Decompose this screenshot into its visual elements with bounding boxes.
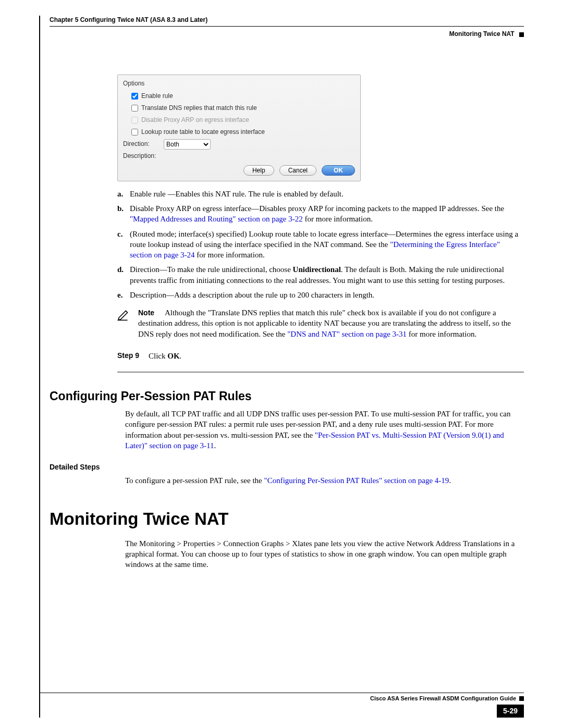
step-9-label: Step 9 [117, 351, 149, 361]
translate-dns-label: Translate DNS replies that match this ru… [141, 104, 257, 112]
description-row: Description: [123, 152, 355, 160]
lettered-list: a. Enable rule —Enables this NAT rule. T… [117, 189, 524, 300]
detailed-steps-heading: Detailed Steps [50, 462, 524, 472]
section-separator [117, 372, 524, 373]
item-c: c. (Routed mode; interface(s) specified)… [117, 229, 524, 261]
note-label: Note [138, 308, 163, 318]
link-mapped-addresses[interactable]: "Mapped Addresses and Routing" section o… [130, 215, 303, 223]
link-dns-nat[interactable]: "DNS and NAT" section on page 3-31 [287, 330, 407, 338]
lookup-route-checkbox[interactable] [131, 129, 138, 135]
page-number: 5-29 [497, 705, 524, 718]
direction-label: Direction: [123, 140, 164, 148]
monitoring-body: The Monitoring > Properties > Connection… [125, 538, 524, 570]
note-pencil-icon [117, 307, 138, 339]
options-group-title: Options [123, 79, 355, 88]
disable-proxy-arp-label: Disable Proxy ARP on egress interface [141, 116, 249, 124]
marker-b: b. [117, 203, 130, 225]
link-configuring-pat-rules[interactable]: "Configuring Per-Session PAT Rules" sect… [264, 476, 449, 485]
text-b: Disable Proxy ARP on egress interface—Di… [130, 203, 524, 225]
text-e: Description—Adds a description about the… [130, 290, 524, 300]
direction-row: Direction: Both [123, 139, 355, 150]
marker-d: d. [117, 264, 130, 286]
translate-dns-checkbox[interactable] [131, 105, 138, 112]
marker-c: c. [117, 229, 130, 261]
direction-select[interactable]: Both [164, 139, 211, 150]
left-rule-decoration [39, 16, 40, 718]
enable-rule-row: Enable rule [129, 91, 355, 101]
heading-pat-rules: Configuring Per-Session PAT Rules [50, 388, 524, 404]
lookup-route-row: Lookup route table to locate egress inte… [129, 127, 355, 137]
step-9-text: Click OK. [149, 351, 181, 361]
item-a: a. Enable rule —Enables this NAT rule. T… [117, 189, 524, 199]
options-dialog: Options Enable rule Translate DNS replie… [117, 75, 361, 181]
footer-square-icon [519, 696, 524, 701]
disable-proxy-arp-row: Disable Proxy ARP on egress interface [129, 115, 355, 125]
item-b: b. Disable Proxy ARP on egress interface… [117, 203, 524, 225]
running-header: Chapter 5 Configuring Twice NAT (ASA 8.3… [50, 16, 524, 38]
marker-e: e. [117, 290, 130, 300]
page-footer: Cisco ASA Series Firewall ASDM Configura… [39, 693, 524, 718]
ok-button[interactable]: OK [322, 165, 355, 176]
text-c: (Routed mode; interface(s) specified) Lo… [130, 229, 524, 261]
chapter-label: Chapter 5 Configuring Twice NAT (ASA 8.3… [50, 16, 207, 24]
lookup-route-label: Lookup route table to locate egress inte… [141, 128, 265, 136]
item-d: d. Direction—To make the rule unidirecti… [117, 264, 524, 286]
footer-guide-title: Cisco ASA Series Firewall ASDM Configura… [370, 695, 516, 702]
cancel-button[interactable]: Cancel [279, 165, 316, 176]
step-9: Step 9 Click OK. [117, 351, 524, 361]
help-button[interactable]: Help [243, 165, 274, 176]
translate-dns-row: Translate DNS replies that match this ru… [129, 103, 355, 113]
description-label: Description: [123, 152, 164, 160]
enable-rule-checkbox[interactable] [131, 93, 138, 100]
marker-a: a. [117, 189, 130, 199]
disable-proxy-arp-checkbox [131, 117, 138, 124]
note-text: Note Although the "Translate DNS replies… [138, 307, 524, 339]
detailed-steps-body: To configure a per-session PAT rule, see… [125, 475, 524, 486]
page: Chapter 5 Configuring Twice NAT (ASA 8.3… [0, 0, 563, 728]
heading-monitoring-twice-nat: Monitoring Twice NAT [50, 508, 524, 531]
item-e: e. Description—Adds a description about … [117, 290, 524, 300]
note-block: Note Although the "Translate DNS replies… [117, 307, 524, 339]
text-d: Direction—To make the rule unidirectiona… [130, 264, 524, 286]
dialog-button-row: Help Cancel OK [123, 165, 355, 176]
text-a: Enable rule —Enables this NAT rule. The … [130, 189, 524, 199]
enable-rule-label: Enable rule [141, 92, 173, 100]
header-square-icon [519, 32, 524, 37]
pat-body: By default, all TCP PAT traffic and all … [125, 409, 524, 451]
section-label: Monitoring Twice NAT [449, 30, 515, 38]
